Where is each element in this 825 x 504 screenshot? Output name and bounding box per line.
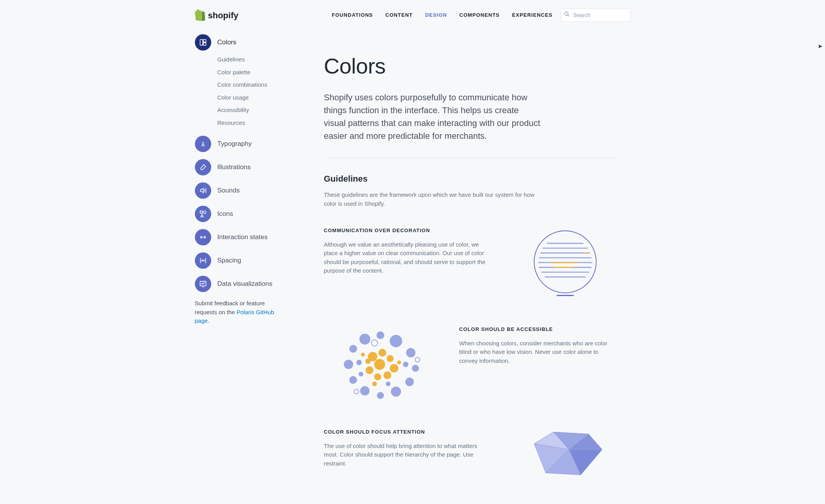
sidebar-item-data-visualizations[interactable]: Data visualizations	[195, 276, 296, 292]
svg-point-36	[386, 382, 391, 386]
block-kicker: COLOR SHOULD BE ACCESSIBLE	[459, 326, 616, 333]
svg-point-48	[374, 359, 385, 370]
svg-point-51	[397, 360, 401, 364]
sidebar-item-label: Illustrations	[217, 162, 251, 172]
svg-rect-3	[203, 40, 206, 42]
svg-point-44	[384, 371, 391, 379]
nav-foundations[interactable]: FOUNDATIONS	[331, 9, 374, 21]
svg-point-8	[534, 231, 596, 293]
guideline-block-communication: COMMUNICATION OVER DECORATION Although w…	[324, 227, 616, 301]
svg-point-29	[377, 392, 384, 399]
svg-line-1	[568, 15, 569, 16]
sidebar-item-label: Colors	[217, 37, 236, 47]
sidebar-item-label: Spacing	[217, 256, 241, 266]
top-nav: FOUNDATIONS CONTENT DESIGN COMPONENTS EX…	[331, 9, 554, 21]
nav-experiences[interactable]: EXPERIENCES	[511, 9, 554, 21]
sidebar-item-typography[interactable]: Typography	[195, 136, 296, 152]
search-input[interactable]	[573, 12, 627, 19]
svg-point-26	[412, 365, 419, 372]
sidebar: Colors Guidelines Color palette Color co…	[195, 34, 296, 326]
svg-point-28	[391, 387, 401, 397]
svg-point-34	[359, 372, 363, 376]
subnav-guidelines[interactable]: Guidelines	[217, 55, 296, 64]
typography-icon	[195, 136, 211, 152]
svg-point-30	[360, 386, 370, 396]
svg-rect-5	[200, 211, 202, 214]
main-content: Colors Shopify uses colors purposefully …	[324, 34, 616, 483]
svg-point-41	[378, 349, 386, 357]
spacing-icon	[195, 252, 211, 269]
svg-point-47	[365, 359, 371, 364]
search-box[interactable]	[561, 9, 631, 22]
svg-point-39	[415, 357, 420, 362]
sound-icon	[195, 182, 211, 199]
sidebar-item-label: Icons	[217, 209, 233, 219]
block-body: The use of color should help bring atten…	[324, 442, 487, 468]
block-body: Although we value an aesthetically pleas…	[324, 240, 487, 275]
sidebar-item-illustrations[interactable]: Illustrations	[195, 159, 296, 175]
sidebar-item-label: Sounds	[217, 186, 240, 196]
svg-point-49	[372, 382, 377, 386]
section-subtitle: These guidelines are the framework upon …	[324, 191, 542, 208]
section-title: Guidelines	[324, 172, 616, 185]
svg-point-42	[387, 355, 394, 362]
mouse-cursor: ➤	[818, 42, 823, 51]
search-icon	[564, 11, 570, 20]
guideline-block-accessible: COLOR SHOULD BE ACCESSIBLE When choosing…	[324, 326, 616, 403]
svg-point-27	[405, 378, 414, 386]
brush-icon	[195, 159, 211, 175]
nav-design[interactable]: DESIGN	[424, 9, 448, 21]
shopify-bag-icon	[195, 9, 205, 21]
block-kicker: COMMUNICATION OVER DECORATION	[324, 227, 496, 234]
subnav-color-usage[interactable]: Color usage	[217, 93, 296, 102]
chart-icon	[195, 276, 211, 292]
svg-point-31	[349, 376, 357, 384]
nav-components[interactable]: COMPONENTS	[459, 9, 501, 21]
svg-point-45	[374, 373, 381, 380]
svg-point-23	[377, 331, 384, 339]
sidebar-item-label: Typography	[217, 139, 252, 149]
subnav-color-palette[interactable]: Color palette	[217, 68, 296, 77]
sidebar-item-interaction-states[interactable]: Interaction states	[195, 229, 296, 245]
sidebar-item-sounds[interactable]: Sounds	[195, 182, 296, 199]
palette-icon	[195, 34, 211, 51]
shapes-icon	[195, 206, 211, 222]
page-title: Colors	[324, 50, 616, 82]
svg-point-25	[406, 348, 415, 357]
sidebar-item-spacing[interactable]: Spacing	[195, 252, 296, 269]
svg-point-50	[361, 353, 365, 357]
sidebar-item-icons[interactable]: Icons	[195, 206, 296, 222]
svg-point-32	[344, 360, 353, 369]
svg-rect-2	[200, 40, 203, 46]
svg-point-0	[564, 12, 568, 16]
feedback-note: Submit feedback or feature requests on t…	[195, 299, 288, 326]
subnav-accessibility[interactable]: Accessibility	[217, 106, 296, 115]
svg-point-6	[203, 211, 206, 214]
svg-point-46	[366, 366, 373, 374]
divider	[324, 158, 616, 158]
svg-point-43	[390, 364, 398, 373]
sidebar-subnav-colors: Guidelines Color palette Color combinati…	[217, 55, 296, 127]
svg-point-37	[371, 340, 378, 346]
svg-rect-4	[203, 43, 206, 46]
page-lead: Shopify uses colors purposefully to comm…	[324, 91, 542, 142]
resize-icon	[195, 229, 211, 245]
svg-point-35	[403, 362, 408, 367]
guideline-block-focus-attention: COLOR SHOULD FOCUS ATTENTION The use of …	[324, 428, 616, 483]
sidebar-item-label: Interaction states	[217, 232, 268, 242]
svg-point-38	[354, 389, 359, 394]
brand-logo[interactable]: shopify	[195, 9, 238, 22]
feedback-suffix: .	[208, 317, 209, 324]
svg-point-33	[356, 360, 362, 365]
subnav-color-combinations[interactable]: Color combinations	[217, 80, 296, 89]
block-body: When choosing colors, consider merchants…	[459, 339, 616, 366]
subnav-resources[interactable]: Resources	[217, 119, 296, 128]
sidebar-item-label: Data visualizations	[217, 279, 273, 289]
nav-content[interactable]: CONTENT	[385, 9, 413, 21]
brand-name: shopify	[208, 9, 238, 22]
illustration-gem	[515, 428, 616, 483]
svg-point-22	[359, 334, 370, 345]
svg-point-24	[390, 335, 402, 347]
illustration-ishihara-dots	[324, 326, 441, 403]
sidebar-item-colors[interactable]: Colors	[195, 34, 296, 51]
